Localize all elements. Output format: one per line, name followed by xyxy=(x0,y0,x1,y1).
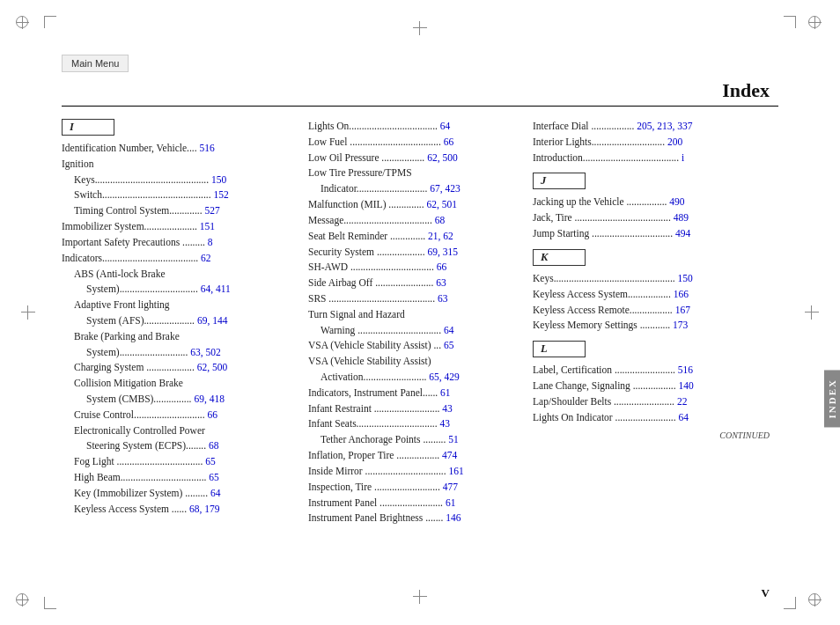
index-tab: INDEX xyxy=(824,370,840,427)
corner-mark-tr xyxy=(808,16,824,32)
section-header-i: I xyxy=(62,119,114,136)
content-area: I Identification Number, Vehicle.... 516… xyxy=(62,119,770,581)
bracket-tl xyxy=(44,16,56,28)
section-header-j: J xyxy=(533,173,586,189)
crosshair-left xyxy=(21,305,35,320)
section-header-k: K xyxy=(533,249,586,266)
page-title: Index xyxy=(722,79,770,102)
title-rule xyxy=(62,106,778,107)
column-right: Interface Dial ................. 205, 21… xyxy=(533,119,770,581)
section-header-l: L xyxy=(533,341,586,357)
crosshair-right xyxy=(805,305,819,320)
bracket-tr xyxy=(784,16,796,28)
index-entries-mid: Lights On...............................… xyxy=(308,119,524,526)
index-entries-right-top: Interface Dial ................. 205, 21… xyxy=(533,119,770,165)
crosshair-top xyxy=(413,21,427,35)
main-menu-button[interactable]: Main Menu xyxy=(62,55,129,72)
crosshair-bottom xyxy=(413,590,427,604)
continued-label: CONTINUED xyxy=(533,430,770,440)
index-entries-j: Jacking up the Vehicle ................ … xyxy=(533,195,770,241)
index-entries-k: Keys....................................… xyxy=(533,271,770,334)
corner-mark-br xyxy=(808,593,824,609)
bracket-br xyxy=(784,597,796,609)
corner-mark-tl xyxy=(16,16,32,32)
index-entries-left: Identification Number, Vehicle.... 516 I… xyxy=(62,141,299,518)
corner-mark-bl xyxy=(16,593,32,609)
bracket-bl xyxy=(44,597,56,609)
column-left: I Identification Number, Vehicle.... 516… xyxy=(62,119,299,581)
index-entries-l: Label, Certification ...................… xyxy=(533,363,770,425)
page-number: V xyxy=(762,586,770,600)
column-mid: Lights On...............................… xyxy=(308,119,524,581)
